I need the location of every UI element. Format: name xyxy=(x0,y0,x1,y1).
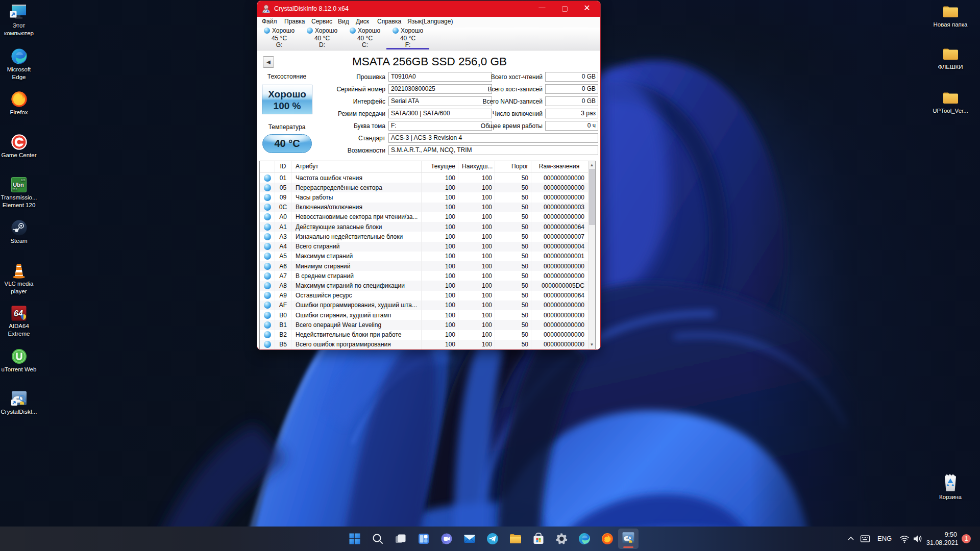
svg-text:Ubn: Ubn xyxy=(13,182,24,188)
svg-text:120: 120 xyxy=(21,179,26,182)
svg-text:20.0: 20.0 xyxy=(13,188,17,191)
